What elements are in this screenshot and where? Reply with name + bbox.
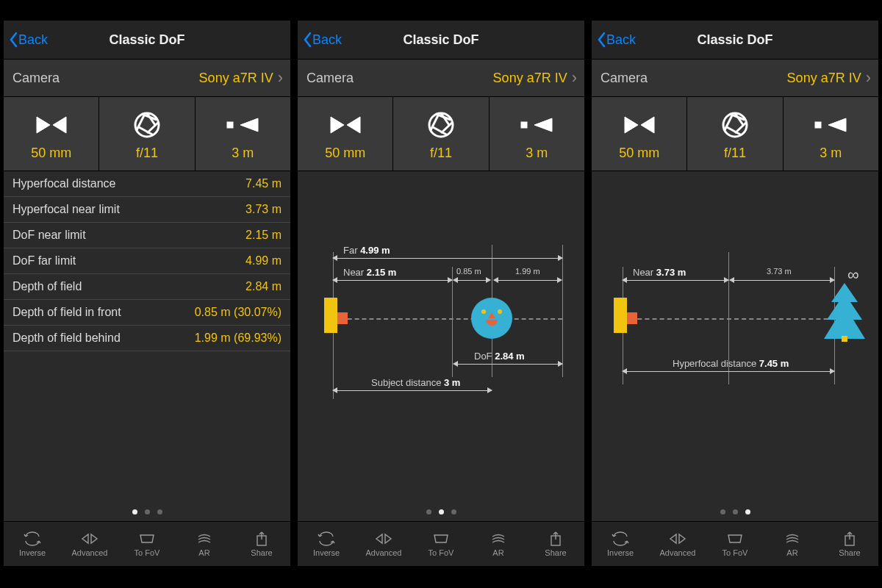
- tool-to-fov[interactable]: To FoV: [706, 522, 764, 566]
- navbar: Back Classic DoF: [592, 21, 878, 60]
- results-list: Hyperfocal distance7.45 m Hyperfocal nea…: [4, 171, 290, 351]
- dim-half: [730, 280, 834, 281]
- tool-advanced[interactable]: Advanced: [61, 522, 118, 566]
- focal-length-icon: [35, 107, 68, 143]
- tool-inverse[interactable]: Inverse: [298, 522, 355, 566]
- dim-dof: [453, 364, 562, 365]
- focus-distance-value: 3 m: [232, 146, 254, 161]
- navbar: Back Classic DoF: [4, 21, 290, 60]
- dof-diagram[interactable]: Far 4.99 m Near 2.15 m 0.85 m 1.99 m DoF…: [298, 171, 584, 566]
- page-dot[interactable]: [132, 509, 137, 514]
- toolbar: Inverse Advanced To FoV AR Share: [592, 521, 878, 566]
- camera-value: Sony a7R IV: [199, 71, 273, 86]
- focal-length-icon: [329, 107, 362, 143]
- focal-length-button[interactable]: 50 mm: [592, 97, 687, 171]
- focus-distance-icon: [520, 107, 553, 143]
- svg-rect-24: [842, 336, 847, 342]
- dim-far: [333, 258, 562, 259]
- focus-distance-button[interactable]: 3 m: [490, 97, 584, 171]
- navbar: Back Classic DoF: [298, 21, 584, 60]
- optical-axis: [333, 318, 562, 320]
- aperture-button[interactable]: f/11: [99, 97, 195, 171]
- dim-subject-distance: [333, 390, 492, 391]
- chevron-right-icon: ›: [866, 70, 871, 86]
- page-dot[interactable]: [720, 509, 725, 514]
- param-strip: 50 mm f/11 3 m: [298, 97, 584, 171]
- tool-share[interactable]: Share: [527, 522, 584, 566]
- chevron-right-icon: ›: [278, 70, 283, 86]
- dim-front: [453, 280, 490, 281]
- screen-dof-diagram: Back Classic DoF Camera Sony a7R IV› 50 …: [298, 21, 584, 566]
- back-button[interactable]: Back: [4, 32, 48, 48]
- subject-icon: [471, 298, 512, 339]
- infinity-symbol: ∞: [847, 265, 859, 284]
- aperture-icon: [427, 107, 455, 143]
- svg-rect-22: [815, 122, 821, 128]
- page-indicator: [298, 509, 584, 514]
- back-label: Back: [606, 32, 636, 48]
- dim-near: [333, 280, 452, 281]
- tool-to-fov[interactable]: To FoV: [118, 522, 176, 566]
- focal-length-value: 50 mm: [31, 146, 71, 161]
- camera-value: Sony a7R IV: [787, 71, 861, 86]
- focus-distance-button[interactable]: 3 m: [196, 97, 290, 171]
- svg-rect-6: [227, 122, 233, 128]
- back-label: Back: [18, 32, 48, 48]
- page-dot[interactable]: [733, 509, 738, 514]
- aperture-icon: [133, 107, 161, 143]
- page-dot[interactable]: [451, 509, 456, 514]
- camera-label: Camera: [600, 71, 648, 86]
- aperture-button[interactable]: f/11: [687, 97, 783, 171]
- page-dot[interactable]: [439, 509, 444, 514]
- toolbar: Inverse Advanced To FoV AR Share: [4, 521, 290, 566]
- tool-share[interactable]: Share: [233, 522, 290, 566]
- camera-row[interactable]: Camera Sony a7R IV›: [592, 60, 878, 97]
- tool-ar[interactable]: AR: [764, 522, 821, 566]
- page-dot[interactable]: [145, 509, 150, 514]
- chevron-right-icon: ›: [572, 70, 577, 86]
- focus-distance-icon: [814, 107, 847, 143]
- hyperfocal-diagram[interactable]: Near 3.73 m 3.73 m ∞ Hyperfocal distance…: [592, 171, 878, 566]
- tool-share[interactable]: Share: [821, 522, 878, 566]
- result-row: DoF near limit2.15 m: [4, 223, 290, 248]
- dim-near: [623, 280, 728, 281]
- result-row: Depth of field behind1.99 m (69.93%): [4, 326, 290, 351]
- tool-inverse[interactable]: Inverse: [592, 522, 649, 566]
- result-row: DoF far limit4.99 m: [4, 248, 290, 274]
- svg-rect-14: [521, 122, 527, 128]
- tool-ar[interactable]: AR: [176, 522, 233, 566]
- camera-value: Sony a7R IV: [493, 71, 567, 86]
- tree-icon: [824, 283, 865, 342]
- focal-length-button[interactable]: 50 mm: [298, 97, 393, 171]
- dim-behind: [494, 280, 562, 281]
- result-row: Depth of field2.84 m: [4, 274, 290, 300]
- chevron-left-icon: [596, 32, 606, 48]
- aperture-value: f/11: [136, 146, 158, 161]
- screen-results: Back Classic DoF Camera Sony a7R IV › 50…: [4, 21, 290, 566]
- focus-distance-button[interactable]: 3 m: [784, 97, 878, 171]
- focal-length-icon: [623, 107, 656, 143]
- page-indicator: [592, 509, 878, 514]
- param-strip: 50 mm f/11 3 m: [4, 97, 290, 171]
- camera-row[interactable]: Camera Sony a7R IV›: [298, 60, 584, 97]
- back-button[interactable]: Back: [298, 32, 342, 48]
- result-row: Depth of field in front0.85 m (30.07%): [4, 300, 290, 326]
- result-row: Hyperfocal near limit3.73 m: [4, 197, 290, 223]
- chevron-left-icon: [8, 32, 18, 48]
- page-dot[interactable]: [745, 509, 750, 514]
- camera-label: Camera: [12, 71, 60, 86]
- tool-inverse[interactable]: Inverse: [4, 522, 61, 566]
- back-button[interactable]: Back: [592, 32, 636, 48]
- tool-advanced[interactable]: Advanced: [355, 522, 412, 566]
- page-dot[interactable]: [157, 509, 162, 514]
- tool-advanced[interactable]: Advanced: [649, 522, 706, 566]
- aperture-button[interactable]: f/11: [393, 97, 489, 171]
- focal-length-button[interactable]: 50 mm: [4, 97, 99, 171]
- page-dot[interactable]: [426, 509, 431, 514]
- camera-row[interactable]: Camera Sony a7R IV ›: [4, 60, 290, 97]
- tool-to-fov[interactable]: To FoV: [412, 522, 470, 566]
- camera-label: Camera: [306, 71, 354, 86]
- focus-distance-icon: [226, 107, 259, 143]
- tool-ar[interactable]: AR: [470, 522, 527, 566]
- screen-hyperfocal-diagram: Back Classic DoF Camera Sony a7R IV› 50 …: [592, 21, 878, 566]
